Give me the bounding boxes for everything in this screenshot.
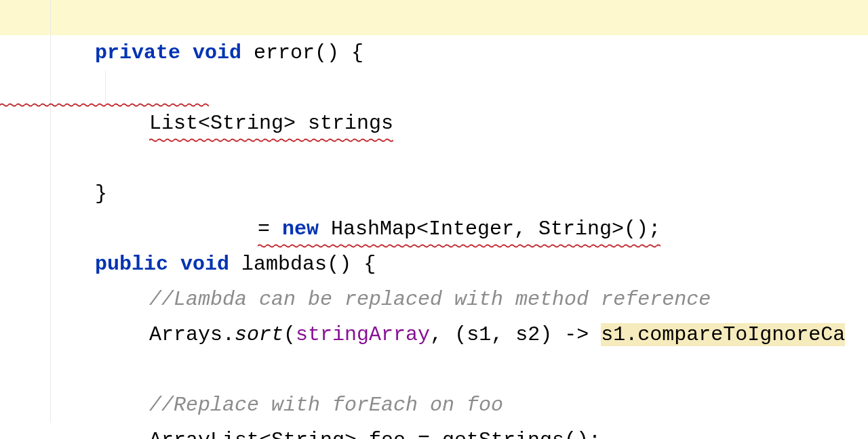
statement: ArrayList<String> foo = getStrings(); (149, 429, 601, 439)
indent-guide (50, 388, 51, 423)
indent-guide (50, 0, 51, 35)
code-line[interactable]: ArrayList<String> foo = getStrings(); (0, 352, 868, 388)
indent-guide (50, 211, 51, 247)
code-line[interactable] (0, 282, 868, 317)
code-editor[interactable]: private void error() { List<String> stri… (0, 0, 868, 439)
code-line[interactable]: Arrays.sort(stringArray, (s1, s2) -> s1.… (0, 247, 868, 282)
indent-guide (50, 352, 51, 388)
code-line[interactable]: for (String s : foo) { (0, 388, 868, 423)
code-line[interactable]: List<String> strings (0, 35, 868, 70)
code-line[interactable]: = new HashMap<Integer, String>(); (0, 70, 868, 106)
indent-guide (50, 247, 51, 282)
indent-guide (50, 317, 51, 352)
indent-guide (50, 70, 51, 106)
code-line[interactable]: } (0, 106, 868, 141)
indent-guide (50, 282, 51, 317)
indent-guide (50, 35, 51, 70)
code-line[interactable]: //Lambda can be replaced with method ref… (0, 211, 868, 247)
code-line[interactable]: //Replace with forEach on foo (0, 317, 868, 352)
indent-guide (50, 176, 51, 211)
indent-guide (105, 70, 106, 106)
code-line[interactable] (0, 141, 868, 176)
code-line[interactable]: private void error() { (0, 0, 868, 35)
indent-guide (50, 141, 51, 176)
code-line[interactable]: public void lambdas() { (0, 176, 868, 211)
indent-guide (50, 106, 51, 141)
